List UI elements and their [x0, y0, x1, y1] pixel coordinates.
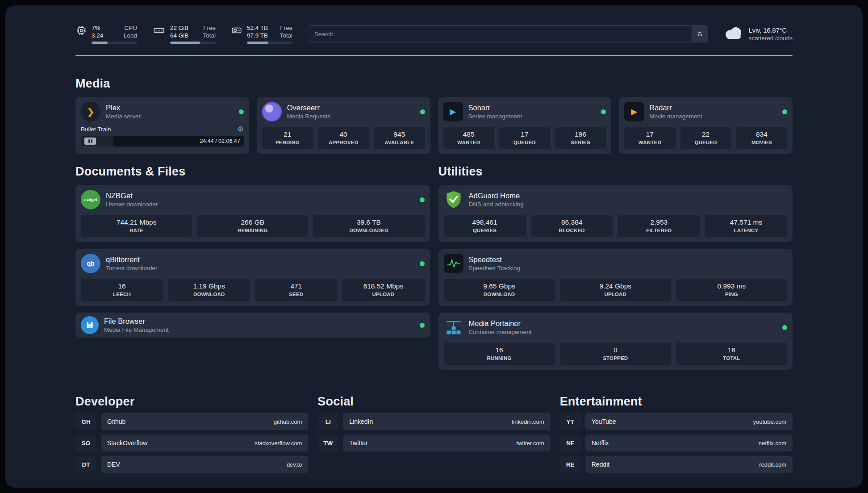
app-card-speedtest[interactable]: Speedtest Speedtest Tracking 9.65 GbpsDO…: [438, 249, 793, 306]
plex-icon: ❯: [81, 102, 100, 121]
adguard-icon: [444, 190, 463, 209]
stat-tile: 744.21 MbpsRATE: [81, 215, 192, 237]
disk-icon: [231, 25, 242, 38]
app-card-portainer[interactable]: Media Portainer Container management 16R…: [438, 313, 793, 370]
cpu-widget: 7%CPU 3.24Load: [75, 24, 137, 44]
bookmark-row: NF Netflix netflix.com: [560, 435, 793, 451]
memory-total-label: Total: [203, 32, 216, 39]
memory-total: 64 GiB: [170, 32, 188, 39]
cpu-load-label: Load: [124, 32, 137, 39]
app-subtitle: Movie management: [649, 113, 702, 120]
app-subtitle: Torrent downloader: [106, 265, 158, 272]
bookmark-badge[interactable]: SO: [75, 435, 96, 451]
bookmark-row: YT YouTube youtube.com: [560, 413, 793, 430]
stat-tile: 22QUEUED: [680, 127, 731, 149]
bookmark-badge[interactable]: RE: [560, 456, 581, 473]
section-title-utilities: Utilities: [438, 165, 793, 179]
bookmark-badge[interactable]: YT: [560, 413, 581, 430]
stat-tile: 471SEED: [255, 279, 337, 301]
stat-tile: 16LEECH: [81, 279, 163, 301]
playback-time: 24:44 / 02:06:47: [200, 138, 240, 144]
bookmark-link-twitter[interactable]: Twitter twitter.com: [343, 435, 550, 451]
cpu-icon: [75, 25, 87, 38]
disk-progress-bar: [247, 42, 292, 44]
filebrowser-icon: [81, 316, 99, 334]
section-title-entertainment: Entertainment: [560, 395, 793, 409]
memory-widget: 22 GiBFree 64 GiBTotal: [152, 24, 216, 44]
playback-progress-bar[interactable]: 24:44 / 02:06:47: [81, 136, 244, 146]
app-title: Media Portainer: [469, 319, 532, 328]
nzbget-icon: nzbget: [81, 190, 100, 209]
app-card-sonarr[interactable]: ▶ Sonarr Series management 485WANTED 17Q…: [438, 97, 612, 154]
app-subtitle: Media server: [106, 113, 141, 120]
stat-tile: 498,461QUERIES: [444, 215, 526, 237]
stat-tile: 9.24 GbpsUPLOAD: [560, 279, 671, 301]
disk-total-label: Total: [280, 32, 292, 39]
bookmark-link-linkedin[interactable]: LinkedIn linkedin.com: [343, 413, 550, 430]
bookmark-badge[interactable]: NF: [560, 435, 581, 451]
bookmark-badge[interactable]: DT: [75, 456, 96, 473]
gear-icon[interactable]: ⚙: [237, 125, 243, 133]
stat-tile: 47.571 msLATENCY: [705, 215, 787, 237]
app-card-radarr[interactable]: ▶ Radarr Movie management 17WANTED 22QUE…: [619, 97, 793, 154]
disk-widget: 52.4 TBFree 97.9 TBTotal: [231, 24, 292, 44]
utilities-column: Utilities AdGuard Home: [438, 165, 793, 370]
app-title: Sonarr: [468, 104, 522, 112]
bookmark-link-github[interactable]: Github github.com: [101, 413, 308, 430]
bookmark-link-reddit[interactable]: Reddit reddit.com: [585, 456, 793, 473]
weather-location: Lviv, 16.87°C: [749, 27, 793, 34]
section-title-media: Media: [75, 77, 793, 91]
stat-tile: 2,953FILTERED: [618, 215, 700, 237]
dashboard: 7%CPU 3.24Load 22 GiBFree 64 GiBTotal: [5, 5, 863, 488]
app-subtitle: Usenet downloader: [106, 201, 158, 208]
stat-tile: 86,384BLOCKED: [531, 215, 613, 237]
app-card-nzbget[interactable]: nzbget NZBGet Usenet downloader 744.21 M…: [75, 185, 430, 242]
cpu-progress-bar: [92, 42, 137, 44]
stat-tile: 485WANTED: [443, 127, 494, 149]
memory-free-label: Free: [203, 24, 216, 32]
bookmark-badge[interactable]: TW: [317, 435, 338, 451]
disk-total: 97.9 TB: [247, 32, 268, 39]
stat-tile: 17WANTED: [624, 127, 675, 149]
bookmark-link-netflix[interactable]: Netflix netflix.com: [585, 435, 793, 451]
bookmark-badge[interactable]: GH: [75, 413, 96, 430]
search-bar: G: [308, 25, 708, 42]
bookmarks-developer: Developer GH Github github.com SO StackO…: [75, 395, 308, 473]
app-title: File Browser: [104, 317, 169, 326]
radarr-icon: ▶: [624, 102, 644, 121]
status-dot: [601, 109, 606, 114]
app-card-adguard[interactable]: AdGuard Home DNS and adblocking 498,461Q…: [438, 185, 793, 242]
status-dot: [239, 109, 244, 114]
cpu-load: 3.24: [92, 32, 103, 39]
stat-tile: 16TOTAL: [676, 343, 787, 365]
app-card-qbittorrent[interactable]: qb qBittorrent Torrent downloader 16LEEC…: [75, 249, 430, 306]
now-playing-title: Bullet Train: [81, 126, 111, 133]
bookmarks-entertainment: Entertainment YT YouTube youtube.com NF …: [560, 395, 793, 473]
bookmarks-social: Social LI LinkedIn linkedin.com TW Twitt…: [317, 395, 550, 451]
cpu-percent: 7%: [92, 24, 100, 32]
stat-tile: 21PENDING: [262, 127, 313, 149]
stat-tile: 196SERIES: [555, 127, 606, 149]
bookmark-link-stackoverflow[interactable]: StackOverflow stackoverflow.com: [101, 435, 308, 451]
bookmark-link-dev[interactable]: DEV dev.to: [101, 456, 308, 473]
app-subtitle: Media Requests: [287, 113, 331, 120]
bookmark-badge[interactable]: LI: [317, 413, 338, 430]
bookmark-link-youtube[interactable]: YouTube youtube.com: [585, 413, 793, 430]
app-subtitle: Series management: [468, 113, 522, 120]
topbar: 7%CPU 3.24Load 22 GiBFree 64 GiBTotal: [75, 24, 793, 44]
stat-tile: 0STOPPED: [560, 343, 671, 365]
status-dot: [420, 109, 425, 114]
topbar-divider: [75, 55, 793, 56]
app-card-plex[interactable]: ❯ Plex Media server Bullet Train ⚙ 24:44…: [75, 97, 249, 154]
memory-progress-bar: [170, 42, 216, 44]
app-card-overseerr[interactable]: Overseerr Media Requests 21PENDING 40APP…: [257, 97, 430, 154]
weather-widget: Lviv, 16.87°C scattered clouds: [723, 26, 793, 42]
search-input[interactable]: [308, 25, 708, 42]
stat-tile: 16RUNNING: [444, 343, 555, 365]
documents-column: Documents & Files nzbget NZBGet Usenet d…: [75, 165, 430, 338]
pause-button[interactable]: [84, 138, 96, 145]
bookmark-row: GH Github github.com: [75, 413, 308, 430]
section-title-developer: Developer: [75, 395, 308, 409]
app-card-filebrowser[interactable]: File Browser Media File Management: [75, 313, 430, 338]
search-engine-button[interactable]: G: [692, 26, 708, 42]
